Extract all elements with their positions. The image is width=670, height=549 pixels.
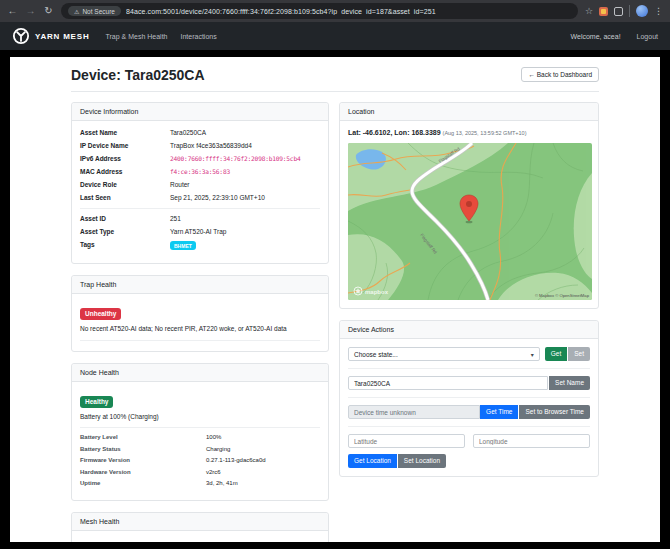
card-divider xyxy=(80,340,320,341)
trap-health-card: Trap Health Unhealthy No recent AT520-AI… xyxy=(71,275,329,352)
info-row: Asset ID251 xyxy=(80,215,320,223)
device-information-title: Device Information xyxy=(72,103,328,121)
browser-actions: ☆ ⋮ xyxy=(585,5,663,17)
detail-row: Hardware Versionv2rc6 xyxy=(80,469,320,476)
get-location-button[interactable]: Get Location xyxy=(348,454,397,468)
toolbar-divider xyxy=(629,5,630,17)
page-title: Device: Tara0250CA xyxy=(71,67,205,83)
node-health-title: Node Health xyxy=(72,364,328,382)
state-select-value: Choose state... xyxy=(354,351,398,358)
trap-health-message: No recent AT520-AI data; No recent PIR, … xyxy=(80,325,320,334)
tags-row: TagsBHMET xyxy=(80,241,320,250)
mesh-health-card: Mesh Health Healthy RSSI: -82dBm, TX Pow… xyxy=(71,512,329,543)
coordinates-timestamp: (Aug 13, 2025, 13:59:52 GMT+10) xyxy=(443,130,527,136)
device-actions-card: Device Actions Choose state... ▾ Get Set xyxy=(339,320,599,477)
profile-avatar[interactable] xyxy=(636,5,648,17)
reload-icon[interactable]: ↻ xyxy=(43,6,54,16)
app-navbar: YARN MESH Trap & Mesh Health Interaction… xyxy=(0,22,670,50)
info-row: Device RoleRouter xyxy=(80,181,320,189)
address-bar[interactable]: ⚠ Not Secure 84ace.com:5001/device/2400:… xyxy=(61,3,578,19)
browser-menu-icon[interactable]: ⋮ xyxy=(654,6,663,16)
mapbox-wordmark: mapbox xyxy=(365,289,389,295)
detail-row: Firmware Version0.27.1-113-gdac6ca0d xyxy=(80,457,320,464)
card-divider xyxy=(80,208,320,209)
latitude-input[interactable] xyxy=(348,434,465,448)
extensions-puzzle-icon[interactable] xyxy=(614,7,623,16)
welcome-text: Welcome, acea! xyxy=(571,33,621,40)
card-divider xyxy=(348,368,590,369)
logout-link[interactable]: Logout xyxy=(637,33,658,40)
state-select[interactable]: Choose state... ▾ xyxy=(348,347,540,361)
get-time-button[interactable]: Get Time xyxy=(480,405,518,419)
longitude-input[interactable] xyxy=(473,434,590,448)
nav-link-trap-mesh-health[interactable]: Trap & Mesh Health xyxy=(105,33,167,40)
set-browser-time-button[interactable]: Set to Browser Time xyxy=(519,405,590,419)
coordinates-text: Lat: -46.6102, Lon: 168.3389 (Aug 13, 20… xyxy=(348,129,590,136)
device-time-input xyxy=(348,405,480,419)
map-attribution[interactable]: © Mapbox © OpenStreetMap xyxy=(535,293,590,298)
tag-badge: BHMET xyxy=(170,241,196,250)
header-divider xyxy=(71,91,599,92)
detail-row: Uptime3d, 2h, 41m xyxy=(80,480,320,487)
back-to-dashboard-button[interactable]: ← Back to Dashboard xyxy=(521,67,599,82)
browser-window: ← → ↻ ⚠ Not Secure 84ace.com:5001/device… xyxy=(0,0,670,549)
brand-name: YARN MESH xyxy=(35,32,89,41)
trap-health-status-badge: Unhealthy xyxy=(80,308,121,320)
set-state-button[interactable]: Set xyxy=(568,347,590,361)
detail-row: Battery Level100% xyxy=(80,434,320,441)
trap-health-title: Trap Health xyxy=(72,276,328,294)
mesh-health-title: Mesh Health xyxy=(72,513,328,531)
set-location-button[interactable]: Set Location xyxy=(398,454,446,468)
url-text: 84ace.com:5001/device/2400:7660:ffff:34:… xyxy=(126,8,436,15)
info-row: IPv6 Address2400:7660:ffff:34:76f2:2098:… xyxy=(80,155,320,163)
info-row: Asset TypeYarn AT520-AI Trap xyxy=(80,228,320,236)
yarn-mesh-logo-icon xyxy=(12,27,30,45)
card-divider xyxy=(80,427,320,428)
page-content: Device: Tara0250CA ← Back to Dashboard D… xyxy=(10,57,660,542)
node-health-summary: Battery at 100% (Charging) xyxy=(80,413,320,422)
info-row: IP Device NameTrapBox f4ce363a56839dd4 xyxy=(80,142,320,150)
chevron-down-icon: ▾ xyxy=(531,351,534,358)
get-state-button[interactable]: Get xyxy=(545,347,567,361)
set-name-button[interactable]: Set Name xyxy=(549,376,590,390)
forward-icon[interactable]: → xyxy=(25,6,36,16)
device-information-card: Device Information Asset NameTara0250CA … xyxy=(71,102,329,264)
not-secure-label: Not Secure xyxy=(82,8,115,15)
extension-icon[interactable] xyxy=(599,7,608,16)
map[interactable]: Flagstaff Rd Flagstaff Rd xyxy=(348,143,592,300)
device-name-input[interactable] xyxy=(348,376,548,390)
detail-row: Battery StatusCharging xyxy=(80,446,320,453)
back-icon[interactable]: ← xyxy=(7,6,18,16)
nav-link-interactions[interactable]: Interactions xyxy=(180,33,216,40)
card-divider xyxy=(348,397,590,398)
navbar-brand[interactable]: YARN MESH xyxy=(12,27,89,45)
info-row: Asset NameTara0250CA xyxy=(80,129,320,137)
not-secure-chip[interactable]: ⚠ Not Secure xyxy=(68,6,121,16)
location-card: Location Lat: -46.6102, Lon: 168.3389 (A… xyxy=(339,102,599,309)
info-row: Last SeenSep 21, 2025, 22:39:10 GMT+10 xyxy=(80,194,320,202)
location-title: Location xyxy=(340,103,598,121)
info-row: MAC Addressf4:ce:36:3a:56:83 xyxy=(80,168,320,176)
device-actions-title: Device Actions xyxy=(340,321,598,339)
node-health-status-badge: Healthy xyxy=(80,396,113,408)
browser-toolbar: ← → ↻ ⚠ Not Secure 84ace.com:5001/device… xyxy=(0,0,670,22)
warning-icon: ⚠ xyxy=(74,8,79,15)
node-health-card: Node Health Healthy Battery at 100% (Cha… xyxy=(71,363,329,501)
card-divider xyxy=(348,426,590,427)
bookmark-star-icon[interactable]: ☆ xyxy=(585,6,593,16)
